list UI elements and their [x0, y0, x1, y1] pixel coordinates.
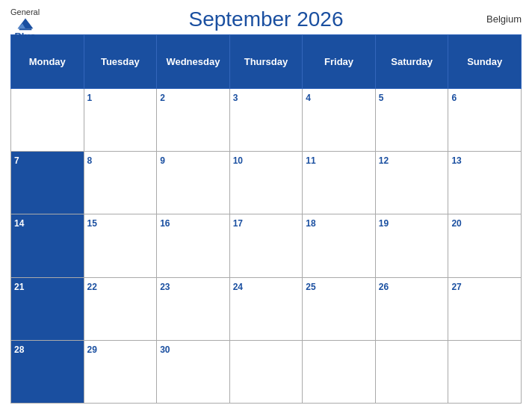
day-number: 17 [233, 218, 243, 229]
day-cell: 5 [375, 89, 448, 152]
day-cell: 29 [84, 340, 157, 403]
day-cell: 26 [375, 277, 448, 340]
header-thursday: Thursday [229, 35, 303, 89]
day-cell: 21 [11, 277, 84, 340]
day-number: 20 [451, 218, 461, 229]
day-number: 27 [451, 282, 461, 292]
day-cell: 12 [375, 152, 448, 214]
day-cell: 6 [448, 89, 522, 152]
day-number: 24 [233, 282, 243, 292]
svg-rect-2 [19, 28, 31, 30]
day-cell: 22 [84, 277, 157, 340]
day-cell: 2 [157, 89, 230, 152]
week-row-1: 123456 [11, 89, 522, 152]
day-cell: 3 [229, 89, 303, 152]
day-cell: 25 [303, 277, 376, 340]
day-number: 1 [87, 93, 93, 103]
day-number: 12 [379, 155, 389, 166]
calendar-page: General Blue September 2026 Belgium Mond… [0, 0, 532, 411]
day-cell: 7 [11, 152, 84, 214]
day-number: 3 [233, 93, 238, 103]
logo-blue: Blue [14, 31, 35, 43]
day-cell: 24 [229, 277, 303, 340]
day-number: 19 [379, 218, 389, 229]
day-number: 9 [160, 155, 165, 166]
week-row-4: 21222324252627 [11, 277, 522, 340]
logo-icon [15, 17, 36, 31]
day-number: 14 [14, 218, 24, 229]
day-number: 5 [379, 93, 384, 103]
header-wednesday: Wednesday [157, 35, 230, 89]
day-cell: 10 [229, 152, 303, 214]
day-number: 21 [14, 282, 24, 292]
day-cell: 11 [303, 152, 376, 214]
day-number: 2 [160, 93, 165, 103]
day-number: 30 [160, 344, 170, 355]
logo: General Blue [10, 7, 40, 43]
day-cell: 17 [229, 214, 303, 277]
day-cell: 18 [303, 214, 376, 277]
day-cell [448, 340, 522, 403]
day-number: 16 [160, 218, 170, 229]
day-cell: 27 [448, 277, 522, 340]
day-cell [303, 340, 376, 403]
page-title: September 2026 [188, 7, 343, 31]
day-number: 13 [451, 155, 461, 166]
day-number: 15 [87, 218, 97, 229]
week-row-5: 282930 [11, 340, 522, 403]
day-number: 23 [160, 282, 170, 292]
day-number: 8 [87, 155, 93, 166]
day-cell: 30 [157, 340, 230, 403]
day-cell: 4 [303, 89, 376, 152]
day-cell: 14 [11, 214, 84, 277]
day-cell: 19 [375, 214, 448, 277]
header-monday: Monday [11, 35, 84, 89]
day-number: 6 [451, 93, 457, 103]
day-cell: 20 [448, 214, 522, 277]
header-friday: Friday [303, 35, 376, 89]
day-number: 25 [306, 282, 315, 292]
day-cell: 8 [84, 152, 157, 214]
day-number: 22 [87, 282, 97, 292]
day-number: 11 [306, 155, 315, 166]
header: General Blue September 2026 Belgium [10, 7, 522, 31]
calendar-table: Monday Tuesday Wednesday Thursday Friday… [10, 34, 522, 404]
day-number: 29 [87, 344, 97, 355]
header-saturday: Saturday [375, 35, 448, 89]
logo-general: General [10, 7, 40, 17]
weekday-header-row: Monday Tuesday Wednesday Thursday Friday… [11, 35, 522, 89]
day-cell [375, 340, 448, 403]
day-number: 10 [233, 155, 243, 166]
day-cell: 9 [157, 152, 230, 214]
day-number: 26 [379, 282, 389, 292]
day-cell: 23 [157, 277, 230, 340]
day-number: 4 [306, 93, 311, 103]
day-cell [11, 89, 84, 152]
header-tuesday: Tuesday [84, 35, 157, 89]
day-cell: 28 [11, 340, 84, 403]
day-cell: 13 [448, 152, 522, 214]
week-row-2: 78910111213 [11, 152, 522, 214]
day-cell: 16 [157, 214, 230, 277]
day-number: 28 [14, 344, 24, 355]
header-sunday: Sunday [448, 35, 522, 89]
week-row-3: 14151617181920 [11, 214, 522, 277]
day-number: 7 [14, 155, 19, 166]
day-cell: 1 [84, 89, 157, 152]
day-number: 18 [306, 218, 315, 229]
country-label: Belgium [486, 13, 522, 25]
day-cell [229, 340, 303, 403]
day-cell: 15 [84, 214, 157, 277]
